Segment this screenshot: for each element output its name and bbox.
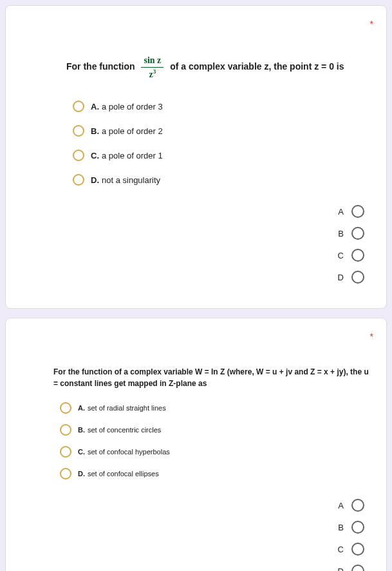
q1-option-d: D. not a singularity <box>73 174 371 186</box>
q1-option-b-text: a pole of order 2 <box>102 126 163 136</box>
q2-answer-d[interactable]: D <box>335 565 364 571</box>
radio-icon <box>351 205 364 218</box>
radio-icon <box>60 424 71 436</box>
answer-label: C <box>335 251 344 260</box>
required-asterisk: * <box>370 19 373 29</box>
radio-icon <box>73 174 84 186</box>
answer-label: A <box>335 207 344 217</box>
q1-option-c-text: a pole of order 1 <box>102 151 163 160</box>
radio-icon <box>73 125 84 137</box>
q2-answer-b[interactable]: B <box>335 521 364 534</box>
q1-fraction-numerator: sin z <box>141 53 163 68</box>
q2-option-d-letter: D. <box>78 470 85 478</box>
answer-label: B <box>335 229 344 238</box>
q2-option-d: D. set of confocal ellipses <box>60 468 371 479</box>
q2-option-b-letter: B. <box>78 426 85 434</box>
q1-answer-d[interactable]: D <box>335 271 364 284</box>
q2-option-c-letter: C. <box>78 448 85 456</box>
q1-option-a-letter: A. <box>91 102 99 111</box>
q2-answer-block: A B C D <box>21 499 371 571</box>
radio-icon <box>351 227 364 240</box>
radio-icon <box>351 543 364 556</box>
radio-icon <box>73 150 84 161</box>
radio-icon <box>351 565 364 571</box>
q1-option-a-text: a pole of order 3 <box>102 102 163 111</box>
answer-label: D <box>335 273 344 282</box>
q1-prefix: For the function <box>66 61 135 72</box>
q1-answer-b[interactable]: B <box>335 227 364 240</box>
radio-icon <box>73 101 84 112</box>
answer-label: B <box>335 523 344 532</box>
q2-option-c: C. set of confocal hyperbolas <box>60 446 371 458</box>
question-card-1: * For the function sin z z3 of a complex… <box>5 5 387 309</box>
q2-option-c-text: set of confocal hyperbolas <box>88 448 170 456</box>
q1-option-b: B. a pole of order 2 <box>73 125 371 137</box>
q1-option-d-text: not a singularity <box>102 175 160 185</box>
q1-answer-a[interactable]: A <box>335 205 364 218</box>
q1-fraction-denominator: z3 <box>141 68 163 81</box>
radio-icon <box>351 521 364 534</box>
q2-option-d-text: set of confocal ellipses <box>88 470 159 478</box>
required-asterisk: * <box>370 331 373 342</box>
q1-fraction: sin z z3 <box>141 53 163 81</box>
q2-answer-a[interactable]: A <box>335 499 364 512</box>
radio-icon <box>351 271 364 284</box>
answer-label: D <box>335 566 344 572</box>
q2-option-b-text: set of concentric circles <box>88 426 161 434</box>
question-2-text: For the function of a complex variable W… <box>53 366 371 389</box>
q1-suffix: of a complex variable z, the point z = 0… <box>170 61 344 72</box>
q1-answer-block: A B C D <box>21 205 371 293</box>
radio-icon <box>60 402 71 414</box>
q2-option-b: B. set of concentric circles <box>60 424 371 436</box>
answer-label: C <box>335 545 344 554</box>
answer-label: A <box>335 501 344 510</box>
radio-icon <box>351 249 364 262</box>
radio-icon <box>60 468 71 479</box>
q1-option-c-letter: C. <box>91 151 99 160</box>
q2-option-a-letter: A. <box>78 404 85 412</box>
radio-icon <box>351 499 364 512</box>
q1-option-c: C. a pole of order 1 <box>73 150 371 161</box>
q1-option-b-letter: B. <box>91 126 99 136</box>
q1-option-a: A. a pole of order 3 <box>73 101 371 112</box>
radio-icon <box>60 446 71 458</box>
q2-option-a: A. set of radial straight lines <box>60 402 371 414</box>
q1-option-d-letter: D. <box>91 175 99 185</box>
q2-option-a-text: set of radial straight lines <box>88 404 166 412</box>
question-1-text: For the function sin z z3 of a complex v… <box>66 53 371 81</box>
question-card-2: * For the function of a complex variable… <box>5 318 387 571</box>
q1-answer-c[interactable]: C <box>335 249 364 262</box>
q2-answer-c[interactable]: C <box>335 543 364 556</box>
